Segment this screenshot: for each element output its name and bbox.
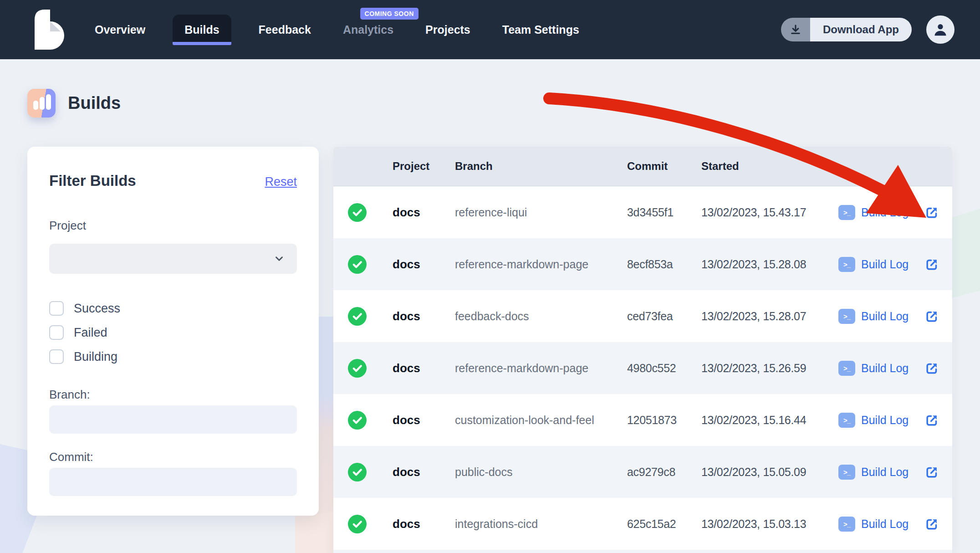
row-branch: feedback-docs xyxy=(455,310,627,323)
row-branch: integrations-cicd xyxy=(455,517,627,531)
row-branch: public-docs xyxy=(455,466,627,479)
open-build-external-button[interactable] xyxy=(925,361,952,375)
row-project: docs xyxy=(393,361,455,375)
row-branch: reference-liqui xyxy=(455,206,627,219)
nav-item-builds[interactable]: Builds xyxy=(173,15,231,45)
build-log-button[interactable]: >_ Build Log xyxy=(838,257,925,272)
nav-item-analytics[interactable]: AnalyticsCOMING SOON xyxy=(338,15,398,45)
external-link-icon xyxy=(925,517,939,531)
nav-item-projects[interactable]: Projects xyxy=(421,15,475,45)
row-started: 13/02/2023, 15.28.08 xyxy=(701,258,838,271)
row-commit: 4980c552 xyxy=(627,362,701,375)
build-log-label: Build Log xyxy=(861,310,909,323)
open-build-external-button[interactable] xyxy=(925,205,952,220)
external-link-icon xyxy=(925,361,939,375)
build-log-label: Build Log xyxy=(861,517,909,531)
checkbox-building[interactable]: Building xyxy=(49,349,297,364)
build-log-button[interactable]: >_ Build Log xyxy=(838,205,925,220)
table-row-partial xyxy=(333,550,952,553)
row-commit: 8ecf853a xyxy=(627,258,701,271)
build-log-label: Build Log xyxy=(861,362,909,375)
row-commit: ced73fea xyxy=(627,310,701,323)
coming-soon-badge: COMING SOON xyxy=(360,8,419,20)
table-body: docs reference-liqui 3d3455f1 13/02/2023… xyxy=(333,186,952,550)
nav-item-overview[interactable]: Overview xyxy=(90,15,150,45)
checkbox-box[interactable] xyxy=(49,325,64,340)
row-started: 13/02/2023, 15.03.13 xyxy=(701,517,838,531)
checkbox-box[interactable] xyxy=(49,349,64,364)
table-row: docs reference-liqui 3d3455f1 13/02/2023… xyxy=(333,186,952,238)
bar-chart-icon xyxy=(27,89,56,118)
branch-field-label: Branch: xyxy=(49,388,297,402)
external-link-icon xyxy=(925,205,939,220)
open-build-external-button[interactable] xyxy=(925,309,952,323)
download-icon xyxy=(781,18,810,41)
download-app-button[interactable]: Download App xyxy=(781,18,912,41)
row-project: docs xyxy=(393,309,455,323)
project-select[interactable] xyxy=(49,244,297,274)
filter-builds-panel: Filter Builds Reset Project SuccessFaile… xyxy=(27,147,319,516)
table-row: docs reference-markdown-page 4980c552 13… xyxy=(333,342,952,394)
table-row: docs integrations-cicd 625c15a2 13/02/20… xyxy=(333,498,952,550)
row-project: docs xyxy=(393,413,455,427)
terminal-icon: >_ xyxy=(838,465,855,480)
table-header: Project Branch Commit Started xyxy=(333,147,952,186)
checkbox-box[interactable] xyxy=(49,301,64,316)
check-circle-icon xyxy=(348,411,367,430)
checkbox-success[interactable]: Success xyxy=(49,301,297,316)
commit-input[interactable] xyxy=(49,468,297,496)
external-link-icon xyxy=(925,465,939,479)
build-log-button[interactable]: >_ Build Log xyxy=(838,517,925,532)
row-project: docs xyxy=(393,257,455,271)
terminal-icon: >_ xyxy=(838,517,855,532)
row-branch: reference-markdown-page xyxy=(455,362,627,375)
check-circle-icon xyxy=(348,307,367,326)
table-row: docs customization-look-and-feel 1205187… xyxy=(333,394,952,446)
user-avatar-icon[interactable] xyxy=(926,15,954,44)
row-started: 13/02/2023, 15.26.59 xyxy=(701,362,838,375)
build-log-button[interactable]: >_ Build Log xyxy=(838,361,925,376)
terminal-icon: >_ xyxy=(838,205,855,220)
checkbox-label: Failed xyxy=(74,326,107,340)
branch-input[interactable] xyxy=(49,405,297,434)
build-log-button[interactable]: >_ Build Log xyxy=(838,465,925,480)
app-screen: OverviewBuildsFeedbackAnalyticsCOMING SO… xyxy=(0,0,980,553)
chevron-down-icon xyxy=(273,253,285,265)
column-header-project: Project xyxy=(393,160,455,173)
builds-table: Project Branch Commit Started docs refer… xyxy=(333,147,952,553)
check-circle-icon xyxy=(348,463,367,481)
check-circle-icon xyxy=(348,359,367,378)
commit-field-label: Commit: xyxy=(49,450,297,464)
open-build-external-button[interactable] xyxy=(925,257,952,271)
build-log-label: Build Log xyxy=(861,258,909,271)
checkbox-failed[interactable]: Failed xyxy=(49,325,297,340)
open-build-external-button[interactable] xyxy=(925,413,952,427)
table-row: docs public-docs ac9279c8 13/02/2023, 15… xyxy=(333,446,952,498)
row-branch: customization-look-and-feel xyxy=(455,414,627,427)
terminal-icon: >_ xyxy=(838,309,855,324)
reset-filters-link[interactable]: Reset xyxy=(265,175,297,189)
checkbox-label: Building xyxy=(74,350,117,364)
nav-item-team-settings[interactable]: Team Settings xyxy=(498,15,584,45)
external-link-icon xyxy=(925,257,939,271)
status-checkbox-group: SuccessFailedBuilding xyxy=(49,301,297,364)
page-title: Builds xyxy=(68,93,121,113)
open-build-external-button[interactable] xyxy=(925,465,952,479)
bg-shape-green xyxy=(952,209,980,298)
row-started: 13/02/2023, 15.28.07 xyxy=(701,310,838,323)
row-started: 13/02/2023, 15.16.44 xyxy=(701,414,838,427)
column-header-commit: Commit xyxy=(627,160,701,173)
external-link-icon xyxy=(925,413,939,427)
build-log-button[interactable]: >_ Build Log xyxy=(838,413,925,428)
filter-panel-title: Filter Builds xyxy=(49,172,136,189)
row-commit: 625c15a2 xyxy=(627,517,701,531)
nav-item-feedback[interactable]: Feedback xyxy=(254,15,316,45)
build-log-button[interactable]: >_ Build Log xyxy=(838,309,925,324)
project-field-label: Project xyxy=(49,219,297,233)
nav-right-cluster: Download App xyxy=(781,15,954,44)
app-logo[interactable] xyxy=(35,10,65,50)
open-build-external-button[interactable] xyxy=(925,517,952,531)
row-project: docs xyxy=(393,205,455,220)
page-title-row: Builds xyxy=(27,89,121,118)
top-navbar: OverviewBuildsFeedbackAnalyticsCOMING SO… xyxy=(0,0,980,59)
